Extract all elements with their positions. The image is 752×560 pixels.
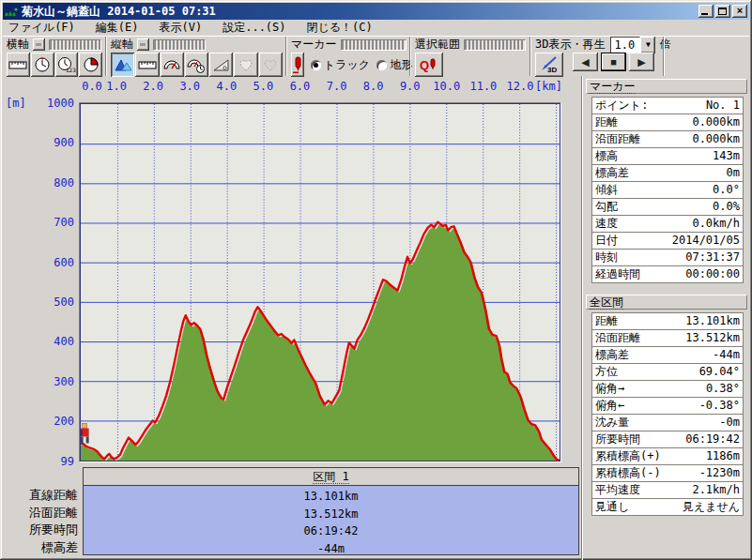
- haxis-option-button[interactable]: [33, 38, 45, 51]
- haxis-slider[interactable]: [49, 39, 101, 51]
- section-values: 13.101km13.512km06:19:42-44m: [84, 486, 578, 557]
- x-tick-label: 9.0: [396, 80, 424, 93]
- table-row: 距離13.101km: [591, 312, 744, 330]
- haxis-pie-time-button[interactable]: [79, 53, 102, 77]
- row-value: 07:31:37: [685, 250, 740, 265]
- playback-scale-combo[interactable]: 1.0 ▼: [610, 37, 655, 53]
- selection-slider[interactable]: [464, 39, 526, 51]
- row-value: 69.04°: [699, 364, 740, 380]
- row-label: 標高差: [595, 165, 629, 181]
- marker-group: マーカー トラック 地形: [286, 37, 410, 76]
- y-tick-label: 1000: [31, 97, 74, 110]
- table-row: 標高差0m: [591, 164, 744, 182]
- menu-file[interactable]: ファイル(F): [8, 20, 75, 36]
- clock-icon: [34, 56, 51, 73]
- menu-bar: ファイル(F) 編集(E) 表示(V) 設定...(S) 閉じる！(C): [4, 21, 748, 35]
- row-value: -1230m: [699, 465, 740, 481]
- section-row-label: 直線距離: [0, 487, 78, 505]
- vaxis-distance-button[interactable]: [135, 53, 159, 77]
- gauge-icon: [162, 56, 181, 73]
- haxis-time-number-button[interactable]: 123: [55, 53, 79, 77]
- radio-terrain-label: 地形: [390, 57, 412, 73]
- vaxis-slider[interactable]: [153, 39, 206, 51]
- row-label: 標高差: [595, 347, 629, 363]
- table-row: 沈み量-0m: [591, 414, 744, 431]
- row-value: 2.1km/h: [692, 482, 740, 498]
- heart-icon: [238, 56, 254, 73]
- haxis-time-button[interactable]: [31, 53, 54, 77]
- y-tick-label: 600: [31, 256, 74, 269]
- table-row: 速度0.0km/h: [591, 215, 744, 233]
- rewind-button[interactable]: ◀: [573, 53, 598, 71]
- vaxis-elevation-button[interactable]: [111, 53, 134, 77]
- vaxis-option-button[interactable]: [137, 38, 149, 51]
- elevation-plot[interactable]: [80, 103, 560, 462]
- vaxis-heartrate2-button[interactable]: [259, 53, 283, 77]
- maximize-button[interactable]: [715, 5, 730, 18]
- row-label: 平均速度: [595, 482, 640, 498]
- menu-view[interactable]: 表示(V): [160, 20, 203, 36]
- slope-triangle-icon: [212, 56, 231, 73]
- y-tick-label: 200: [31, 415, 74, 428]
- toolbar: 横軸 123 縦軸: [3, 36, 749, 76]
- marker-panel-title: マーカー: [590, 80, 636, 94]
- close-button[interactable]: ×: [732, 5, 747, 18]
- row-value: 0.000km: [692, 114, 740, 130]
- stop-button[interactable]: ■: [601, 53, 626, 71]
- menu-close[interactable]: 閉じる！(C): [307, 20, 373, 36]
- row-value: 見えません: [683, 499, 740, 515]
- row-label: ポイント:: [595, 98, 648, 114]
- haxis-group: 横軸 123: [3, 37, 106, 76]
- combo-dropdown-icon[interactable]: ▼: [640, 37, 655, 53]
- table-row: 所要時間06:19:42: [591, 431, 744, 448]
- minimize-icon: [701, 13, 708, 15]
- clock-123-icon: 123: [57, 56, 76, 73]
- row-value: 2014/01/05: [672, 233, 740, 249]
- marker-slider[interactable]: [341, 39, 407, 51]
- row-label: 累積標高(+): [595, 448, 661, 464]
- menu-edit[interactable]: 編集(E): [96, 20, 139, 36]
- hiker-marker-icon[interactable]: [81, 424, 89, 444]
- threed-view-button[interactable]: 3D: [535, 53, 563, 77]
- title-bar[interactable]: 菊水山～鍋蓋山 2014-01-05 07:31 ×: [3, 3, 749, 20]
- marker-pen-button[interactable]: [291, 53, 304, 77]
- x-tick-label: 6.0: [285, 80, 314, 93]
- vaxis-heartrate-button[interactable]: [234, 53, 257, 77]
- ruler-icon: [138, 56, 157, 73]
- heart-dotted-icon: [262, 56, 279, 73]
- pie-clock-icon: [83, 56, 100, 73]
- table-row: 俯角→0.38°: [591, 380, 744, 398]
- table-row: ポイント:No. 1: [591, 97, 744, 114]
- row-value: No. 1: [706, 98, 740, 114]
- marker-pen-icon: [291, 55, 304, 74]
- y-tick-label: 800: [31, 176, 74, 189]
- vaxis-speed-button[interactable]: [161, 53, 184, 77]
- play-button[interactable]: ▶: [629, 53, 654, 71]
- table-row: 方位69.04°: [591, 363, 744, 381]
- threed-arrow-icon: 3D: [539, 55, 560, 74]
- section-header: 区間 1: [84, 468, 578, 486]
- table-row: 見通し見えません: [591, 498, 744, 516]
- minimize-button[interactable]: [698, 5, 714, 18]
- vaxis-speed-time-button[interactable]: [185, 53, 208, 77]
- total-panel-header: 全区間: [586, 295, 747, 310]
- section-value: -44m: [84, 540, 578, 558]
- row-value: 00:00:00: [685, 266, 740, 282]
- haxis-distance-button[interactable]: [7, 53, 30, 77]
- elevation-chart-svg: [81, 104, 560, 461]
- gauge-clock-icon: [187, 56, 206, 73]
- selection-zoom-button[interactable]: Q: [415, 53, 443, 77]
- selection-group: 選択範囲 Q: [410, 37, 530, 76]
- vaxis-group: 縦軸: [106, 37, 286, 76]
- radio-terrain-circle: [376, 60, 387, 70]
- vaxis-label: 縦軸: [111, 37, 133, 53]
- radio-track[interactable]: トラック: [311, 57, 370, 73]
- row-value: 0.000km: [692, 131, 740, 147]
- table-row: 標高143m: [591, 147, 744, 165]
- menu-settings[interactable]: 設定...(S): [223, 20, 285, 36]
- radio-terrain[interactable]: 地形: [376, 57, 412, 73]
- vaxis-slope-button[interactable]: [209, 53, 233, 77]
- panel-divider: [581, 76, 583, 560]
- threed-label: 3D表示・再生: [535, 37, 605, 53]
- row-value: -44m: [713, 347, 740, 363]
